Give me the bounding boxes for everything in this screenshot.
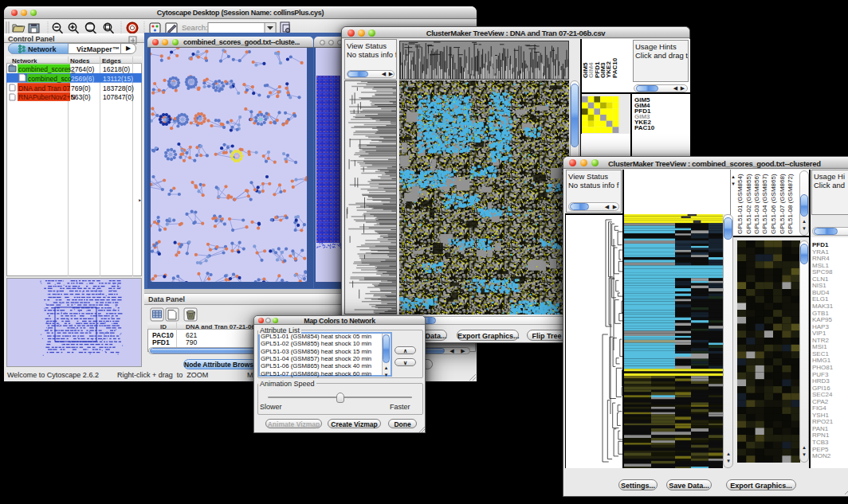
- svg-text:Search:: Search:: [182, 23, 208, 32]
